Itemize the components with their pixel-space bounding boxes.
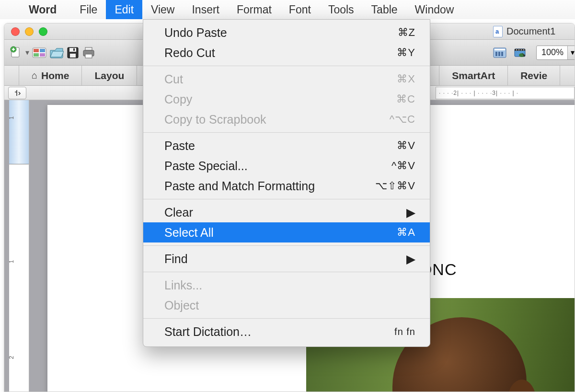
tab-smartart[interactable]: SmartArt	[439, 66, 508, 85]
menu-table[interactable]: Table	[363, 0, 406, 19]
svg-point-22	[518, 49, 519, 50]
menu-links: Links...	[143, 275, 430, 295]
print-button[interactable]	[82, 45, 95, 61]
menu-undo[interactable]: Undo Paste⌘Z	[143, 23, 430, 43]
svg-rect-16	[495, 52, 497, 56]
zoom-dropdown-icon[interactable]: ▾	[567, 46, 575, 59]
svg-point-21	[516, 49, 517, 50]
save-button[interactable]	[67, 45, 79, 61]
window-title: Document1	[493, 26, 555, 37]
svg-rect-8	[69, 48, 76, 52]
menu-window[interactable]: Window	[406, 0, 463, 19]
menu-edit[interactable]: Edit	[106, 0, 142, 19]
document-icon	[493, 26, 503, 37]
macos-menubar: Word File Edit View Insert Format Font T…	[0, 0, 575, 19]
submenu-arrow-icon: ▶	[406, 252, 415, 266]
ruler-mark: 1	[8, 116, 15, 120]
close-button[interactable]	[11, 27, 20, 36]
menu-tools[interactable]: Tools	[320, 0, 363, 19]
svg-point-24	[523, 49, 524, 50]
menu-file[interactable]: File	[71, 0, 106, 19]
ruler-mark: 2	[8, 356, 15, 359]
svg-rect-5	[34, 53, 39, 57]
menu-copy: Copy⌘C	[143, 89, 430, 109]
minimize-button[interactable]	[25, 27, 34, 36]
svg-point-25	[523, 55, 525, 57]
tab-layout[interactable]: Layou	[82, 66, 137, 85]
movie-button[interactable]	[511, 45, 529, 61]
menu-select-all[interactable]: Select All⌘A	[143, 222, 430, 242]
traffic-lights	[11, 27, 47, 36]
menu-format[interactable]: Format	[228, 0, 280, 19]
tab-home-label: Home	[41, 70, 69, 81]
tab-review[interactable]: Revie	[508, 66, 560, 85]
svg-rect-10	[73, 48, 75, 51]
submenu-arrow-icon: ▶	[406, 206, 415, 219]
svg-rect-13	[85, 54, 92, 58]
menu-font[interactable]: Font	[280, 0, 320, 19]
menu-paste[interactable]: Paste⌘V	[143, 136, 430, 156]
horizontal-ruler[interactable]: · · · ·2| · · · | · · · ·3| · · · | ·	[436, 87, 575, 99]
menu-cut: Cut⌘X	[143, 69, 430, 89]
tab-smartart-label: SmartArt	[452, 70, 495, 81]
menu-view[interactable]: View	[142, 0, 183, 19]
svg-rect-9	[70, 54, 76, 58]
svg-rect-11	[85, 47, 92, 50]
home-icon: ⌂	[32, 70, 37, 81]
document-title-text: Document1	[506, 26, 555, 37]
app-name[interactable]: Word	[29, 3, 57, 16]
template-gallery-button[interactable]	[32, 45, 46, 61]
svg-point-23	[521, 49, 522, 50]
svg-rect-18	[501, 52, 503, 56]
edit-menu-dropdown: Undo Paste⌘Z Redo Cut⌘Y Cut⌘X Copy⌘C Cop…	[143, 19, 430, 347]
open-button[interactable]	[49, 45, 64, 61]
ruler-mark: 1	[8, 260, 15, 264]
menu-redo[interactable]: Redo Cut⌘Y	[143, 43, 430, 63]
menu-paste-match[interactable]: Paste and Match Formatting⌥⇧⌘V	[143, 176, 430, 196]
menu-copy-scrapbook: Copy to Scrapbook^⌥C	[143, 109, 430, 129]
menu-paste-special[interactable]: Paste Special...^⌘V	[143, 156, 430, 176]
svg-rect-6	[40, 53, 45, 57]
tab-review-label: Revie	[520, 70, 547, 81]
svg-rect-3	[34, 49, 39, 52]
vertical-ruler[interactable]: 1 1 2	[9, 100, 29, 392]
svg-rect-4	[40, 49, 45, 52]
tab-home[interactable]: ⌂ Home	[19, 66, 82, 85]
zoom-value: 100%	[541, 47, 564, 58]
tab-layout-label: Layou	[94, 70, 124, 81]
menu-clear[interactable]: Clear▶	[143, 202, 430, 222]
new-document-button[interactable]	[9, 45, 23, 61]
media-browser-button[interactable]	[491, 45, 508, 61]
maximize-button[interactable]	[39, 27, 47, 36]
new-dropdown-icon[interactable]: ▾	[25, 48, 29, 57]
zoom-control[interactable]: 100% ▾	[536, 46, 575, 60]
tab-selector[interactable]	[8, 87, 26, 99]
svg-rect-17	[498, 52, 500, 56]
menu-find[interactable]: Find▶	[143, 249, 430, 269]
menu-object: Object	[143, 295, 430, 315]
menu-insert[interactable]: Insert	[183, 0, 228, 19]
menu-start-dictation[interactable]: Start Dictation…fn fn	[143, 322, 430, 342]
svg-rect-15	[494, 49, 505, 50]
